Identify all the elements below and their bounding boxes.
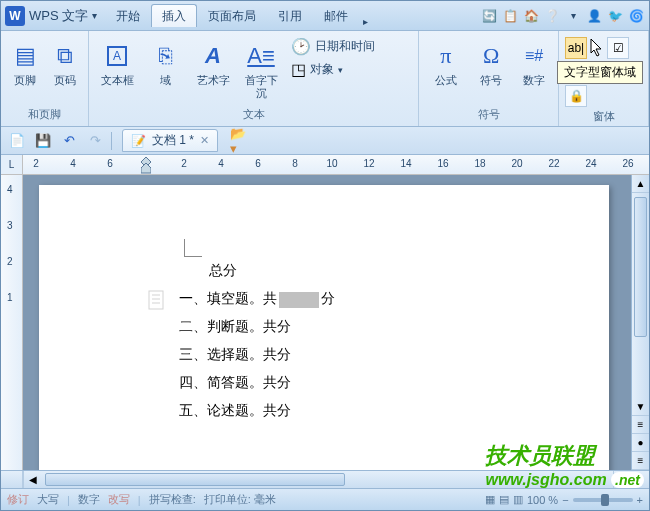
doc-line[interactable]: 一、填空题。共分	[179, 285, 489, 313]
doc-line[interactable]: 四、简答题。共分	[179, 369, 489, 397]
tab-overflow[interactable]: ▸	[359, 16, 372, 27]
user-icon[interactable]: 👤	[585, 7, 603, 25]
undo-button[interactable]: ↶	[59, 131, 79, 151]
wordart-icon: A	[197, 40, 229, 72]
vertical-scrollbar[interactable]: ▲ ▼ ≡ ● ≡	[631, 175, 649, 470]
vertical-ruler[interactable]: 4321	[1, 175, 23, 470]
zoom-value[interactable]: 100 %	[527, 494, 558, 506]
svg-rect-2	[149, 291, 163, 309]
indent-marker-bottom[interactable]	[141, 163, 151, 174]
tab-ref[interactable]: 引用	[267, 4, 313, 27]
document-tab[interactable]: 📝 文档 1 * ✕	[122, 129, 218, 152]
workspace: 4321 总分 一、填空题。共分二、判断题。共分三、选择题。共分四、简答题。共分…	[1, 175, 649, 470]
scroll-right-button[interactable]: ▶	[613, 471, 631, 488]
status-caps[interactable]: 大写	[37, 492, 59, 507]
horizontal-scrollbar[interactable]: ◀ ▶	[1, 470, 649, 488]
pagenum-button[interactable]: ⧉ 页码	[47, 37, 83, 90]
next-page-button[interactable]: ≡	[632, 452, 649, 470]
redo-button[interactable]: ↷	[85, 131, 105, 151]
view-print-icon[interactable]: ▦	[485, 493, 495, 506]
save-button[interactable]: 💾	[33, 131, 53, 151]
settings-icon[interactable]: 🌀	[627, 7, 645, 25]
footer-button[interactable]: ▤ 页脚	[7, 37, 43, 90]
equation-button[interactable]: π 公式	[425, 37, 467, 90]
field-button[interactable]: ⎘ 域	[143, 37, 187, 90]
doc-title[interactable]: 总分	[209, 257, 489, 285]
browse-object-button[interactable]: ●	[632, 434, 649, 452]
protect-form-button[interactable]: 🔒	[565, 85, 587, 107]
textbox-button[interactable]: A 文本框	[95, 37, 139, 90]
symbol-icon: Ω	[475, 40, 507, 72]
cloud-icon[interactable]: 🐦	[606, 7, 624, 25]
zoom-in-button[interactable]: +	[637, 494, 643, 506]
page-area[interactable]: 总分 一、填空题。共分二、判断题。共分三、选择题。共分四、简答题。共分五、论述题…	[23, 175, 631, 470]
new-tab-button[interactable]: 📂▾	[230, 131, 250, 151]
object-label: 对象	[310, 61, 334, 78]
globe-icon[interactable]: ❔	[543, 7, 561, 25]
quick-access-toolbar: 📄 💾 ↶ ↷ 📝 文档 1 * ✕ 📂▾	[1, 127, 649, 155]
field-icon: ⎘	[149, 40, 181, 72]
object-dd-icon: ▾	[338, 65, 343, 75]
form-field[interactable]	[279, 292, 319, 308]
text-form-field-button[interactable]: ab|	[565, 37, 587, 59]
hscroll-end	[631, 471, 649, 488]
vscroll-thumb[interactable]	[634, 197, 647, 337]
view-web-icon[interactable]: ▤	[499, 493, 509, 506]
hscroll-track[interactable]	[41, 471, 613, 488]
datetime-button[interactable]: 🕑 日期和时间	[291, 37, 375, 56]
document-page[interactable]: 总分 一、填空题。共分二、判断题。共分三、选择题。共分四、简答题。共分五、论述题…	[39, 185, 609, 470]
wordart-button[interactable]: A 艺术字	[191, 37, 235, 90]
status-num[interactable]: 数字	[78, 492, 100, 507]
doc-body[interactable]: 一、填空题。共分二、判断题。共分三、选择题。共分四、简答题。共分五、论述题。共分	[179, 285, 489, 425]
copy-icon[interactable]: 📋	[501, 7, 519, 25]
footer-icon: ▤	[9, 40, 41, 72]
cursor-position-mark	[184, 239, 202, 257]
view-outline-icon[interactable]: ▥	[513, 493, 523, 506]
tab-mail[interactable]: 邮件	[313, 4, 359, 27]
document-tabs: 📝 文档 1 * ✕	[122, 129, 218, 152]
doc-line[interactable]: 五、论述题。共分	[179, 397, 489, 425]
status-track[interactable]: 修订	[7, 492, 29, 507]
ruler-corner[interactable]: L	[1, 155, 23, 174]
horizontal-ruler[interactable]: L 6422468101214161820222426283032	[1, 155, 649, 175]
prev-page-button[interactable]: ≡	[632, 416, 649, 434]
dropcap-button[interactable]: A≡ 首字下沉	[239, 37, 283, 103]
doc-line[interactable]: 三、选择题。共分	[179, 341, 489, 369]
status-ovr[interactable]: 改写	[108, 492, 130, 507]
checkbox-form-button[interactable]: ☑	[607, 37, 629, 59]
ribbon: ▤ 页脚 ⧉ 页码 和页脚 A 文本框 ⎘ 域	[1, 31, 649, 127]
new-button[interactable]: 📄	[7, 131, 27, 151]
title-dd-icon[interactable]: ▾	[564, 7, 582, 25]
vscroll-track[interactable]	[632, 193, 649, 398]
scroll-left-button[interactable]: ◀	[23, 471, 41, 488]
number-label: 数字	[523, 74, 545, 87]
equation-icon: π	[430, 40, 462, 72]
zoom-thumb[interactable]	[601, 494, 609, 506]
scroll-down-button[interactable]: ▼	[632, 398, 649, 416]
status-unit[interactable]: 打印单位: 毫米	[204, 492, 276, 507]
home-icon[interactable]: 🏠	[522, 7, 540, 25]
app-menu-dropdown[interactable]: ▾	[92, 10, 97, 21]
form-tooltip: 文字型窗体域	[557, 61, 643, 84]
doctab-close[interactable]: ✕	[200, 134, 209, 147]
zoom-slider[interactable]	[573, 498, 633, 502]
symbol-button[interactable]: Ω 符号	[471, 37, 513, 90]
ruler-track[interactable]: 6422468101214161820222426283032	[23, 155, 649, 174]
tab-layout[interactable]: 页面布局	[197, 4, 267, 27]
number-icon: ≡#	[518, 40, 550, 72]
app-window: W WPS 文字 ▾ 开始 插入 页面布局 引用 邮件 ▸ 🔄 📋 🏠 ❔ ▾ …	[0, 0, 650, 511]
app-icon: W	[5, 6, 25, 26]
number-button[interactable]: ≡# 数字	[516, 37, 552, 90]
doc-line[interactable]: 二、判断题。共分	[179, 313, 489, 341]
app-title: WPS 文字	[29, 7, 88, 25]
refresh-icon[interactable]: 🔄	[480, 7, 498, 25]
menu-tabs: 开始 插入 页面布局 引用 邮件 ▸	[105, 5, 372, 27]
datetime-label: 日期和时间	[315, 38, 375, 55]
zoom-out-button[interactable]: −	[562, 494, 568, 506]
hscroll-thumb[interactable]	[45, 473, 345, 486]
status-spell[interactable]: 拼写检查:	[149, 492, 196, 507]
object-button[interactable]: ◳ 对象 ▾	[291, 60, 375, 79]
tab-start[interactable]: 开始	[105, 4, 151, 27]
scroll-up-button[interactable]: ▲	[632, 175, 649, 193]
tab-insert[interactable]: 插入	[151, 4, 197, 27]
